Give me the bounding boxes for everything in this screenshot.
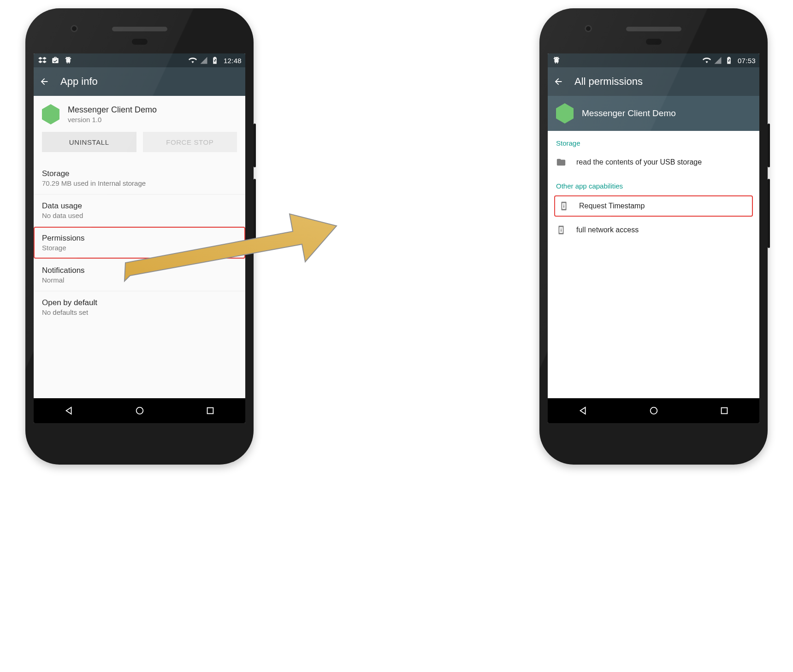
page-title: All permissions	[574, 76, 643, 88]
proximity-sensor	[646, 39, 662, 45]
item-sub: Normal	[42, 276, 237, 284]
status-bar: 12:48	[34, 53, 245, 67]
app-bar: All permissions	[548, 67, 759, 96]
perm-label: full network access	[576, 226, 639, 234]
app-name: Messenger Client Demo	[582, 108, 676, 118]
nav-recent-icon[interactable]	[719, 406, 729, 416]
app-icon	[42, 104, 59, 124]
nav-bar	[548, 398, 759, 423]
proximity-sensor	[132, 39, 148, 45]
item-title: Data usage	[42, 201, 237, 211]
app-icon	[556, 103, 574, 124]
volume-button[interactable]	[768, 179, 770, 248]
app-version: version 1.0	[68, 116, 157, 124]
screen-all-permissions: 07:53 All permissions Messenger Client D…	[548, 53, 759, 423]
perm-label: Request Timestamp	[579, 202, 645, 210]
list-item-notifications[interactable]: Notifications Normal	[34, 259, 245, 291]
battery-charge-icon	[725, 56, 733, 65]
item-title: Notifications	[42, 266, 237, 275]
app-header: Messenger Client Demo	[548, 96, 759, 131]
phone-app-info: 12:48 App info Messenger Client Demo ver…	[25, 8, 254, 465]
app-header: Messenger Client Demo version 1.0	[34, 96, 245, 132]
power-button[interactable]	[254, 124, 256, 167]
list-item-permissions[interactable]: Permissions Storage	[34, 227, 245, 259]
nav-back-icon[interactable]	[578, 406, 588, 416]
back-icon[interactable]	[553, 77, 563, 87]
info-device-icon	[559, 201, 569, 211]
wifi-icon	[703, 56, 711, 65]
battery-charge-icon	[211, 56, 219, 65]
nav-back-icon[interactable]	[64, 406, 74, 416]
force-stop-button: FORCE STOP	[143, 132, 237, 152]
list-item-data-usage[interactable]: Data usage No data used	[34, 195, 245, 227]
svg-rect-1	[207, 408, 213, 414]
folder-icon	[556, 157, 566, 167]
uninstall-button[interactable]: UNINSTALL	[42, 132, 136, 152]
status-bar: 07:53	[548, 53, 759, 67]
item-sub: 70.29 MB used in Internal storage	[42, 179, 237, 187]
power-button[interactable]	[768, 124, 770, 167]
list-item-storage[interactable]: Storage 70.29 MB used in Internal storag…	[34, 162, 245, 195]
nav-home-icon[interactable]	[135, 406, 145, 416]
item-title: Open by default	[42, 298, 237, 307]
dropbox-icon	[38, 56, 47, 65]
svg-rect-4	[721, 408, 727, 414]
app-bar: App info	[34, 67, 245, 96]
content-area: Messenger Client Demo version 1.0 UNINST…	[34, 96, 245, 398]
item-title: Permissions	[42, 234, 237, 243]
perm-request-timestamp[interactable]: Request Timestamp	[554, 195, 753, 217]
back-icon[interactable]	[39, 77, 49, 87]
perm-read-usb-storage[interactable]: read the contents of your USB storage	[548, 151, 759, 174]
earpiece	[626, 27, 681, 31]
android-icon	[552, 56, 561, 65]
nav-recent-icon[interactable]	[205, 406, 215, 416]
perm-label: read the contents of your USB storage	[576, 158, 702, 166]
perm-full-network-access[interactable]: full network access	[548, 218, 759, 242]
wifi-icon	[189, 56, 197, 65]
svg-point-0	[136, 407, 143, 414]
cell-icon	[200, 56, 208, 65]
item-title: Storage	[42, 169, 237, 178]
page-title: App info	[60, 76, 98, 88]
item-sub: No defaults set	[42, 308, 237, 316]
svg-point-3	[650, 407, 657, 414]
phone-all-permissions: 07:53 All permissions Messenger Client D…	[539, 8, 768, 465]
screen-app-info: 12:48 App info Messenger Client Demo ver…	[34, 53, 245, 423]
list-item-open-by-default[interactable]: Open by default No defaults set	[34, 291, 245, 323]
nav-home-icon[interactable]	[649, 406, 659, 416]
item-sub: No data used	[42, 212, 237, 219]
content-area: Storage read the contents of your USB st…	[548, 131, 759, 398]
android-icon	[64, 56, 72, 65]
status-time: 12:48	[224, 57, 242, 65]
earpiece	[112, 27, 167, 31]
cell-icon	[714, 56, 722, 65]
status-time: 07:53	[738, 57, 756, 65]
app-name: Messenger Client Demo	[68, 105, 157, 115]
volume-button[interactable]	[254, 179, 256, 248]
item-sub: Storage	[42, 244, 237, 252]
section-storage-label: Storage	[548, 131, 759, 151]
briefcase-check-icon	[51, 56, 59, 65]
nav-bar	[34, 398, 245, 423]
section-other-label: Other app capabilities	[548, 174, 759, 194]
info-device-icon	[556, 225, 566, 235]
